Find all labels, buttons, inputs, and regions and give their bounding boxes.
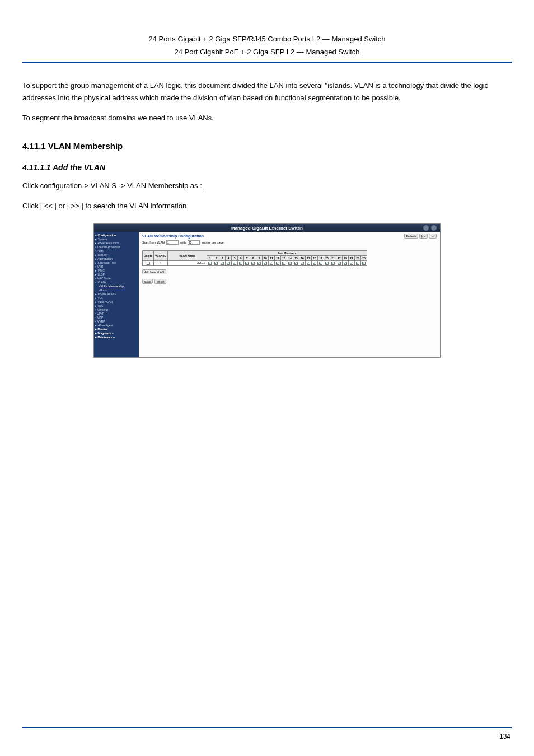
port-checkbox[interactable] [221,262,224,265]
port-checkbox[interactable] [325,262,329,265]
col-vlan-name: VLAN Name [168,251,207,261]
help-icon[interactable] [431,225,437,231]
port-checkbox[interactable] [276,262,279,265]
port-checkbox[interactable] [239,262,242,265]
sidebar-maintenance[interactable]: ▸ Maintenance [95,335,138,339]
port-checkbox[interactable] [344,262,347,265]
sidebar-item[interactable]: ▸ Spanning Tree [95,261,138,265]
port-header: 19 [318,256,324,261]
sidebar-item[interactable]: • MRP [95,316,138,320]
sidebar-item[interactable]: • MVRP [95,320,138,324]
app-titlebar: Managed GigaBit Ethernet Switch [94,224,440,232]
app-title: Managed GigaBit Ethernet Switch [231,226,303,231]
step-1: Click configuration-> VLAN S -> VLAN Mem… [22,180,512,192]
port-header: 23 [343,256,349,261]
sidebar-item[interactable]: ▸ LLDP [95,273,138,277]
refresh-button[interactable]: Refresh [404,234,419,239]
port-checkbox[interactable] [227,262,230,265]
port-checkbox[interactable] [233,262,236,265]
main-panel: Refresh |<< >> VLAN Membership Configura… [139,232,440,357]
port-header: 8 [250,256,256,261]
port-header: 12 [275,256,281,261]
sidebar-item[interactable]: ▸ sFlow Agent [95,324,138,328]
port-checkbox[interactable] [338,262,341,265]
start-vlan-input[interactable] [166,240,179,245]
section-heading: 4.11.1 VLAN Membership [22,141,512,151]
port-header: 26 [361,256,367,261]
port-checkbox[interactable] [319,262,322,265]
sidebar-item[interactable]: ▸ IPMC [95,269,138,273]
port-checkbox[interactable] [214,262,218,265]
sidebar-item[interactable]: ▸ Aggregation [95,257,138,261]
perpage-input[interactable] [188,240,200,245]
intro-p1: To support the group management of a LAN… [22,80,512,104]
sidebar-item[interactable]: ▸ Power Reduction [95,241,138,245]
port-checkbox[interactable] [294,262,298,265]
delete-checkbox[interactable] [147,262,150,265]
port-header: 5 [232,256,238,261]
port-checkbox[interactable] [282,262,285,265]
port-header: 18 [312,256,318,261]
sidebar-item[interactable]: • Mirroring [95,308,138,312]
port-header: 1 [207,256,213,261]
port-header: 6 [238,256,244,261]
port-checkbox[interactable] [362,262,366,265]
port-header: 22 [336,256,343,261]
sidebar-item[interactable]: ▸ Voice VLAN [95,300,138,304]
embedded-screenshot: Managed GigaBit Ethernet Switch ▾ Config… [93,223,441,358]
sidebar-monitor[interactable]: ▸ Monitor [95,328,138,332]
sidebar-item[interactable]: ▸ Private VLANs [95,292,138,296]
sidebar-item[interactable]: ▸ Security [95,253,138,257]
port-checkbox[interactable] [264,262,267,265]
header-rule [22,62,512,63]
port-checkbox[interactable] [257,262,261,265]
save-button[interactable]: Save [142,279,153,284]
sidebar-item-vlans[interactable]: ▾ VLANs [95,281,138,284]
subsection-heading: 4.11.1.1 Add the VLAN [22,163,512,172]
prev-page-button[interactable]: |<< [419,234,428,239]
sidebar-item[interactable]: • Thermal Protection [95,245,138,249]
home-icon[interactable] [423,225,429,231]
header-line1-a: 24 Ports Gigabit + 2 Giga SFP/RJ45 Combo… [148,35,322,43]
sidebar-item[interactable]: • MAC Table [95,277,138,281]
port-checkbox[interactable] [301,262,304,265]
sidebar: ▾ Configuration ▸ System ▸ Power Reducti… [94,232,139,357]
sidebar-item[interactable]: • UPnP [95,312,138,316]
port-header: 14 [287,256,293,261]
sidebar-item[interactable]: ▸ VCL [95,296,138,300]
port-header: 25 [355,256,361,261]
port-checkbox[interactable] [313,262,316,265]
reset-button[interactable]: Reset [154,279,166,284]
port-checkbox[interactable] [251,262,255,265]
header-line2-b: Managed Switch [306,48,359,56]
port-header: 9 [256,256,263,261]
sidebar-item[interactable]: • MVR [95,265,138,269]
port-header: 20 [324,256,330,261]
port-checkbox[interactable] [307,262,310,265]
port-checkbox[interactable] [288,262,292,265]
col-port-members: Port Members [207,251,367,256]
sidebar-item-vlan-ports[interactable]: • Ports [95,288,138,292]
page-header: 24 Ports Gigabit + 2 Giga SFP/RJ45 Combo… [22,34,512,58]
port-checkbox[interactable] [270,262,273,265]
step-2: Click | << | or | >> | to search the VLA… [22,200,512,212]
port-header: 11 [269,256,275,261]
port-checkbox[interactable] [208,262,212,265]
port-checkbox[interactable] [356,262,359,265]
add-new-vlan-button[interactable]: Add New VLAN [142,269,166,274]
start-label-b: with [180,241,186,244]
port-checkbox[interactable] [331,262,335,265]
port-checkbox[interactable] [350,262,353,265]
next-page-button[interactable]: >> [429,234,437,239]
port-header: 2 [213,256,219,261]
start-label-c: entries per page. [202,241,224,244]
sidebar-item[interactable]: • Ports [95,249,138,253]
port-header: 13 [281,256,287,261]
sidebar-header[interactable]: ▾ Configuration [95,234,138,237]
port-header: 17 [306,256,312,261]
sidebar-item[interactable]: ▸ QoS [95,304,138,308]
sidebar-diagnostics[interactable]: ▸ Diagnostics [95,332,138,335]
sidebar-item-vlan-membership[interactable]: • VLAN Membership [95,284,138,288]
sidebar-item[interactable]: ▸ System [95,237,138,241]
port-checkbox[interactable] [245,262,249,265]
